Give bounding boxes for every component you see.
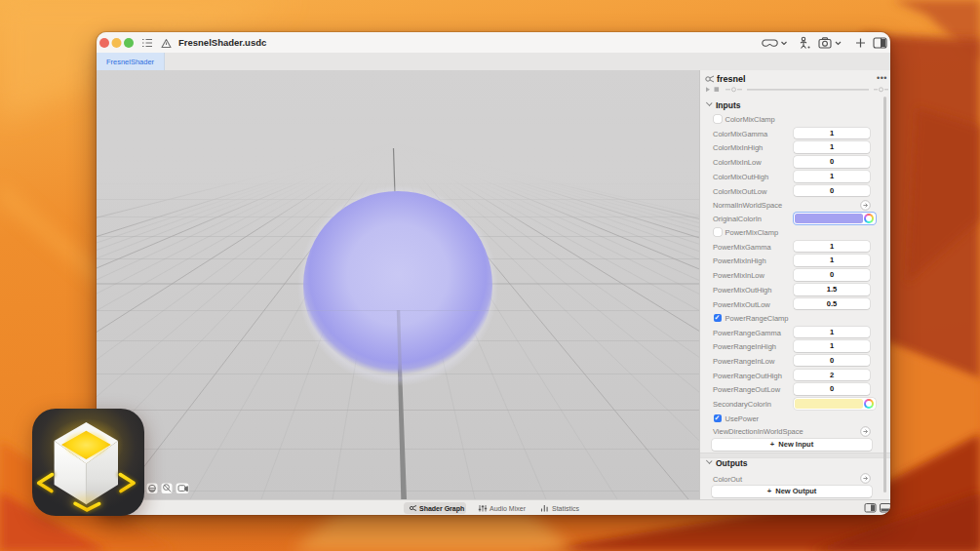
svg-text:Shader Graph: Shader Graph xyxy=(419,505,464,513)
svg-text:Statistics: Statistics xyxy=(552,505,580,512)
svg-text:Audio Mixer: Audio Mixer xyxy=(490,505,527,512)
